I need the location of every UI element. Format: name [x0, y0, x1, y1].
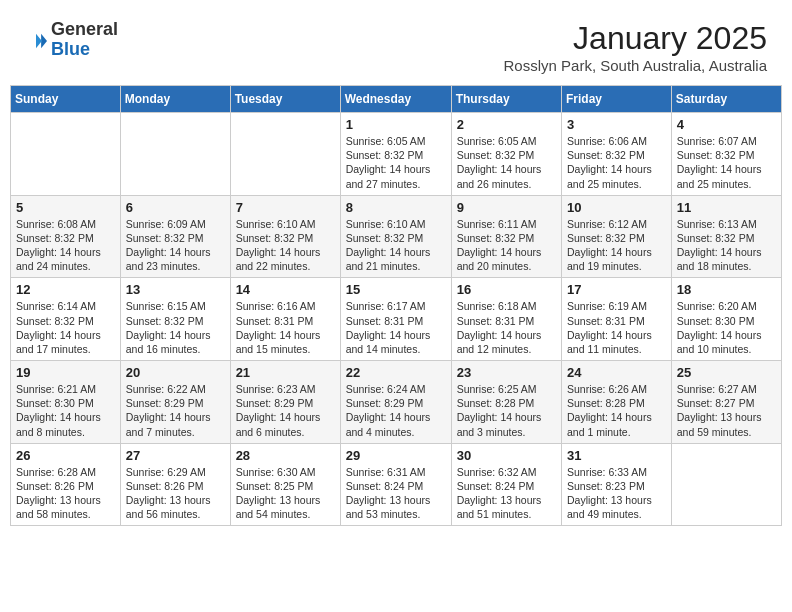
day-number: 25 [677, 365, 776, 380]
day-number: 10 [567, 200, 666, 215]
day-number: 28 [236, 448, 335, 463]
day-number: 14 [236, 282, 335, 297]
day-info: Sunrise: 6:32 AM Sunset: 8:24 PM Dayligh… [457, 465, 556, 522]
day-info: Sunrise: 6:10 AM Sunset: 8:32 PM Dayligh… [346, 217, 446, 274]
day-info: Sunrise: 6:08 AM Sunset: 8:32 PM Dayligh… [16, 217, 115, 274]
day-info: Sunrise: 6:28 AM Sunset: 8:26 PM Dayligh… [16, 465, 115, 522]
svg-marker-0 [41, 33, 47, 48]
calendar-cell: 18Sunrise: 6:20 AM Sunset: 8:30 PM Dayli… [671, 278, 781, 361]
calendar-cell: 10Sunrise: 6:12 AM Sunset: 8:32 PM Dayli… [562, 195, 672, 278]
day-info: Sunrise: 6:18 AM Sunset: 8:31 PM Dayligh… [457, 299, 556, 356]
day-number: 17 [567, 282, 666, 297]
calendar-body: 1Sunrise: 6:05 AM Sunset: 8:32 PM Daylig… [11, 113, 782, 526]
day-number: 18 [677, 282, 776, 297]
calendar-cell [11, 113, 121, 196]
calendar-week-1: 1Sunrise: 6:05 AM Sunset: 8:32 PM Daylig… [11, 113, 782, 196]
calendar-subtitle: Rosslyn Park, South Australia, Australia [504, 57, 767, 74]
day-info: Sunrise: 6:15 AM Sunset: 8:32 PM Dayligh… [126, 299, 225, 356]
calendar-cell: 22Sunrise: 6:24 AM Sunset: 8:29 PM Dayli… [340, 361, 451, 444]
day-info: Sunrise: 6:24 AM Sunset: 8:29 PM Dayligh… [346, 382, 446, 439]
day-number: 29 [346, 448, 446, 463]
day-info: Sunrise: 6:31 AM Sunset: 8:24 PM Dayligh… [346, 465, 446, 522]
day-number: 27 [126, 448, 225, 463]
day-info: Sunrise: 6:25 AM Sunset: 8:28 PM Dayligh… [457, 382, 556, 439]
calendar-cell: 9Sunrise: 6:11 AM Sunset: 8:32 PM Daylig… [451, 195, 561, 278]
calendar-cell [671, 443, 781, 526]
day-info: Sunrise: 6:30 AM Sunset: 8:25 PM Dayligh… [236, 465, 335, 522]
calendar-cell: 3Sunrise: 6:06 AM Sunset: 8:32 PM Daylig… [562, 113, 672, 196]
calendar-cell: 2Sunrise: 6:05 AM Sunset: 8:32 PM Daylig… [451, 113, 561, 196]
day-info: Sunrise: 6:05 AM Sunset: 8:32 PM Dayligh… [346, 134, 446, 191]
day-info: Sunrise: 6:17 AM Sunset: 8:31 PM Dayligh… [346, 299, 446, 356]
day-info: Sunrise: 6:27 AM Sunset: 8:27 PM Dayligh… [677, 382, 776, 439]
day-number: 1 [346, 117, 446, 132]
calendar-cell: 6Sunrise: 6:09 AM Sunset: 8:32 PM Daylig… [120, 195, 230, 278]
title-block: January 2025 Rosslyn Park, South Austral… [504, 20, 767, 74]
day-number: 30 [457, 448, 556, 463]
day-number: 2 [457, 117, 556, 132]
day-info: Sunrise: 6:22 AM Sunset: 8:29 PM Dayligh… [126, 382, 225, 439]
day-number: 24 [567, 365, 666, 380]
day-number: 13 [126, 282, 225, 297]
day-number: 12 [16, 282, 115, 297]
day-number: 7 [236, 200, 335, 215]
calendar-cell: 30Sunrise: 6:32 AM Sunset: 8:24 PM Dayli… [451, 443, 561, 526]
calendar-cell: 25Sunrise: 6:27 AM Sunset: 8:27 PM Dayli… [671, 361, 781, 444]
header-day-wednesday: Wednesday [340, 86, 451, 113]
calendar-cell: 28Sunrise: 6:30 AM Sunset: 8:25 PM Dayli… [230, 443, 340, 526]
logo: General Blue [25, 20, 118, 60]
day-number: 20 [126, 365, 225, 380]
calendar-cell: 16Sunrise: 6:18 AM Sunset: 8:31 PM Dayli… [451, 278, 561, 361]
calendar-week-3: 12Sunrise: 6:14 AM Sunset: 8:32 PM Dayli… [11, 278, 782, 361]
page-header: General Blue January 2025 Rosslyn Park, … [10, 10, 782, 79]
day-info: Sunrise: 6:29 AM Sunset: 8:26 PM Dayligh… [126, 465, 225, 522]
calendar-cell: 12Sunrise: 6:14 AM Sunset: 8:32 PM Dayli… [11, 278, 121, 361]
calendar-cell: 5Sunrise: 6:08 AM Sunset: 8:32 PM Daylig… [11, 195, 121, 278]
day-info: Sunrise: 6:16 AM Sunset: 8:31 PM Dayligh… [236, 299, 335, 356]
calendar-week-4: 19Sunrise: 6:21 AM Sunset: 8:30 PM Dayli… [11, 361, 782, 444]
day-number: 15 [346, 282, 446, 297]
logo-blue: Blue [51, 40, 118, 60]
header-day-sunday: Sunday [11, 86, 121, 113]
calendar-cell [120, 113, 230, 196]
day-info: Sunrise: 6:06 AM Sunset: 8:32 PM Dayligh… [567, 134, 666, 191]
day-number: 6 [126, 200, 225, 215]
day-info: Sunrise: 6:21 AM Sunset: 8:30 PM Dayligh… [16, 382, 115, 439]
day-number: 31 [567, 448, 666, 463]
day-number: 16 [457, 282, 556, 297]
day-number: 11 [677, 200, 776, 215]
day-info: Sunrise: 6:33 AM Sunset: 8:23 PM Dayligh… [567, 465, 666, 522]
header-row: SundayMondayTuesdayWednesdayThursdayFrid… [11, 86, 782, 113]
header-day-tuesday: Tuesday [230, 86, 340, 113]
day-info: Sunrise: 6:13 AM Sunset: 8:32 PM Dayligh… [677, 217, 776, 274]
calendar-header: SundayMondayTuesdayWednesdayThursdayFrid… [11, 86, 782, 113]
calendar-week-5: 26Sunrise: 6:28 AM Sunset: 8:26 PM Dayli… [11, 443, 782, 526]
svg-marker-1 [36, 33, 42, 48]
calendar-title: January 2025 [504, 20, 767, 57]
day-info: Sunrise: 6:10 AM Sunset: 8:32 PM Dayligh… [236, 217, 335, 274]
calendar-cell: 8Sunrise: 6:10 AM Sunset: 8:32 PM Daylig… [340, 195, 451, 278]
day-number: 21 [236, 365, 335, 380]
day-number: 23 [457, 365, 556, 380]
calendar-table: SundayMondayTuesdayWednesdayThursdayFrid… [10, 85, 782, 526]
calendar-cell: 19Sunrise: 6:21 AM Sunset: 8:30 PM Dayli… [11, 361, 121, 444]
calendar-cell: 31Sunrise: 6:33 AM Sunset: 8:23 PM Dayli… [562, 443, 672, 526]
calendar-cell: 26Sunrise: 6:28 AM Sunset: 8:26 PM Dayli… [11, 443, 121, 526]
header-day-thursday: Thursday [451, 86, 561, 113]
calendar-cell: 14Sunrise: 6:16 AM Sunset: 8:31 PM Dayli… [230, 278, 340, 361]
calendar-cell: 13Sunrise: 6:15 AM Sunset: 8:32 PM Dayli… [120, 278, 230, 361]
day-info: Sunrise: 6:07 AM Sunset: 8:32 PM Dayligh… [677, 134, 776, 191]
calendar-cell: 24Sunrise: 6:26 AM Sunset: 8:28 PM Dayli… [562, 361, 672, 444]
logo-text: General Blue [51, 20, 118, 60]
day-number: 19 [16, 365, 115, 380]
logo-general: General [51, 20, 118, 40]
header-day-saturday: Saturday [671, 86, 781, 113]
day-info: Sunrise: 6:20 AM Sunset: 8:30 PM Dayligh… [677, 299, 776, 356]
day-info: Sunrise: 6:05 AM Sunset: 8:32 PM Dayligh… [457, 134, 556, 191]
calendar-cell: 29Sunrise: 6:31 AM Sunset: 8:24 PM Dayli… [340, 443, 451, 526]
day-info: Sunrise: 6:23 AM Sunset: 8:29 PM Dayligh… [236, 382, 335, 439]
day-number: 4 [677, 117, 776, 132]
calendar-cell: 17Sunrise: 6:19 AM Sunset: 8:31 PM Dayli… [562, 278, 672, 361]
header-day-monday: Monday [120, 86, 230, 113]
logo-icon [25, 30, 47, 52]
